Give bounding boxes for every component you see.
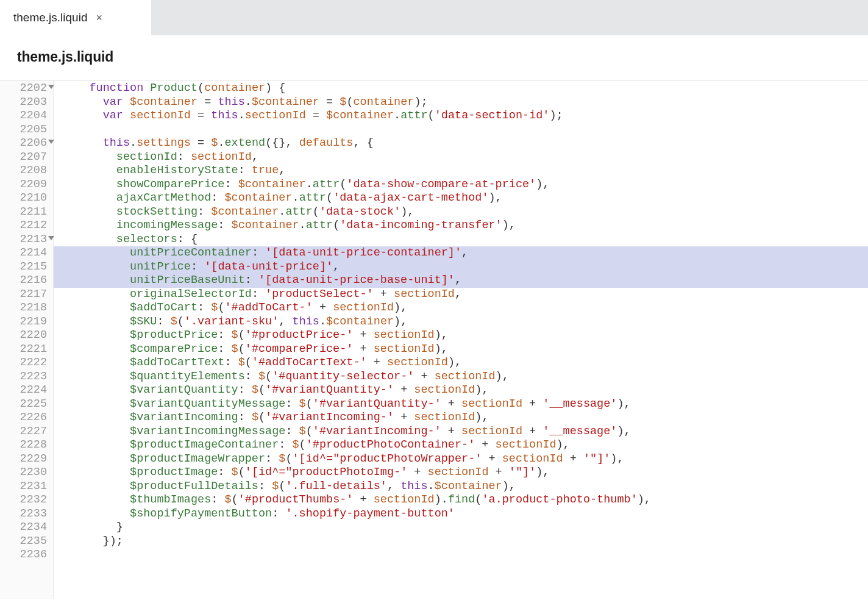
code-line[interactable]: $addToCartText: $('#addToCartText-' + se…	[62, 356, 868, 370]
code-line[interactable]: var $container = this.$container = $(con…	[62, 96, 868, 110]
code-line[interactable]: $productImageWrapper: $('[id^="productPh…	[62, 452, 868, 466]
line-number-gutter: 2202220322042205220622072208220922102211…	[0, 80, 54, 599]
line-number: 2219	[0, 315, 53, 329]
line-number: 2218	[0, 301, 53, 315]
line-number: 2209	[0, 178, 53, 192]
code-line[interactable]: $productImageContainer: $('#productPhoto…	[62, 438, 868, 452]
code-line[interactable]: showComparePrice: $container.attr('data-…	[62, 178, 868, 192]
line-number: 2222	[0, 356, 53, 370]
file-title: theme.js.liquid	[17, 49, 851, 65]
fold-marker-icon[interactable]	[48, 140, 54, 144]
fold-marker-icon[interactable]	[48, 236, 54, 240]
code-line[interactable]: }	[62, 521, 868, 535]
code-line[interactable]: selectors: {	[62, 233, 868, 247]
code-line[interactable]: $productFullDetails: $('.full-details', …	[62, 480, 868, 494]
code-line[interactable]: sectionId: sectionId,	[62, 151, 868, 165]
code-line[interactable]: function Product(container) {	[62, 82, 868, 96]
code-line[interactable]: unitPriceContainer: '[data-unit-price-co…	[54, 246, 868, 260]
line-number: 2205	[0, 123, 53, 137]
line-number: 2226	[0, 411, 53, 425]
line-number: 2202	[0, 82, 53, 96]
code-line[interactable]: unitPriceBaseUnit: '[data-unit-price-bas…	[54, 274, 868, 288]
code-line[interactable]: ajaxCartMethod: $container.attr('data-aj…	[62, 191, 868, 205]
line-number: 2229	[0, 452, 53, 466]
line-number: 2234	[0, 521, 53, 535]
code-line[interactable]: unitPrice: '[data-unit-price]',	[54, 260, 868, 274]
line-number: 2211	[0, 205, 53, 220]
tab-theme-js-liquid[interactable]: theme.js.liquid ×	[0, 0, 151, 35]
line-number: 2204	[0, 109, 53, 123]
line-number: 2216	[0, 274, 53, 288]
line-number: 2213	[0, 233, 53, 247]
code-line[interactable]: incomingMessage: $container.attr('data-i…	[62, 219, 868, 233]
line-number: 2215	[0, 260, 53, 274]
code-line[interactable]: $variantQuantity: $('#variantQuantity-' …	[62, 384, 868, 398]
code-content[interactable]: function Product(container) { var $conta…	[54, 80, 868, 599]
code-line[interactable]: });	[62, 535, 868, 549]
code-line[interactable]: stockSetting: $container.attr('data-stoc…	[62, 205, 868, 220]
line-number: 2225	[0, 398, 53, 412]
code-line[interactable]	[62, 123, 868, 137]
line-number: 2232	[0, 493, 53, 507]
close-icon[interactable]: ×	[96, 12, 102, 24]
code-line[interactable]	[62, 548, 868, 562]
tab-bar: theme.js.liquid ×	[0, 0, 868, 35]
line-number: 2223	[0, 370, 53, 384]
code-line[interactable]: $productPrice: $('#productPrice-' + sect…	[62, 329, 868, 343]
fold-marker-icon[interactable]	[48, 85, 54, 89]
code-line[interactable]: enableHistoryState: true,	[62, 164, 868, 178]
line-number: 2220	[0, 329, 53, 343]
line-number: 2208	[0, 164, 53, 178]
line-number: 2203	[0, 96, 53, 110]
line-number: 2227	[0, 425, 53, 439]
line-number: 2212	[0, 219, 53, 233]
code-line[interactable]: originalSelectorId: 'productSelect-' + s…	[62, 288, 868, 302]
line-number: 2224	[0, 384, 53, 398]
line-number: 2233	[0, 507, 53, 521]
code-line[interactable]: $shopifyPaymentButton: '.shopify-payment…	[62, 507, 868, 521]
code-line[interactable]: this.settings = $.extend({}, defaults, {	[62, 137, 868, 151]
code-line[interactable]: $thumbImages: $('#productThumbs-' + sect…	[62, 493, 868, 507]
line-number: 2228	[0, 438, 53, 452]
line-number: 2210	[0, 191, 53, 205]
line-number: 2236	[0, 548, 53, 562]
line-number: 2230	[0, 466, 53, 480]
code-line[interactable]: $SKU: $('.variant-sku', this.$container)…	[62, 315, 868, 329]
code-line[interactable]: $comparePrice: $('#comparePrice-' + sect…	[62, 343, 868, 357]
tab-label: theme.js.liquid	[13, 11, 87, 24]
line-number: 2214	[0, 246, 53, 260]
code-line[interactable]: $variantQuantityMessage: $('#variantQuan…	[62, 398, 868, 412]
code-editor[interactable]: 2202220322042205220622072208220922102211…	[0, 80, 868, 599]
code-line[interactable]: var sectionId = this.sectionId = $contai…	[62, 109, 868, 123]
line-number: 2231	[0, 480, 53, 494]
code-line[interactable]: $addToCart: $('#addToCart-' + sectionId)…	[62, 301, 868, 315]
code-line[interactable]: $variantIncoming: $('#variantIncoming-' …	[62, 411, 868, 425]
code-line[interactable]: $productImage: $('[id^="productPhotoImg-…	[62, 466, 868, 480]
code-line[interactable]: $variantIncomingMessage: $('#variantInco…	[62, 425, 868, 439]
line-number: 2207	[0, 151, 53, 165]
file-title-bar: theme.js.liquid	[0, 35, 868, 80]
code-line[interactable]: $quantityElements: $('#quantity-selector…	[62, 370, 868, 384]
line-number: 2235	[0, 535, 53, 549]
line-number: 2217	[0, 288, 53, 302]
line-number: 2221	[0, 343, 53, 357]
line-number: 2206	[0, 137, 53, 151]
